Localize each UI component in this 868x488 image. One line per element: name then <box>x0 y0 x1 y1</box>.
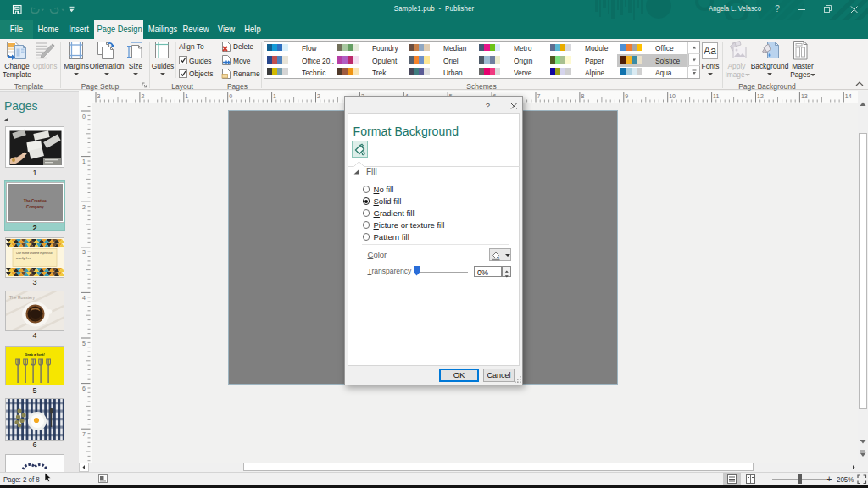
svg-text:7: 7 <box>537 93 541 99</box>
svg-text:3: 3 <box>97 93 101 99</box>
svg-text:2: 2 <box>82 203 86 209</box>
svg-text:0: 0 <box>82 113 86 119</box>
svg-text:9: 9 <box>625 93 628 99</box>
svg-text:cruelty free: cruelty free <box>16 257 31 260</box>
svg-text:1: 1 <box>273 93 276 99</box>
svg-text:0: 0 <box>229 93 232 99</box>
svg-text:4: 4 <box>82 294 86 300</box>
svg-text:Our hand crafted espresso: Our hand crafted espresso <box>16 252 53 255</box>
svg-text:2: 2 <box>317 93 320 99</box>
svg-text:7: 7 <box>82 430 86 436</box>
svg-text:13: 13 <box>801 93 808 99</box>
svg-text:10: 10 <box>669 93 676 99</box>
svg-text:Grab a fork!: Grab a fork! <box>25 352 45 357</box>
svg-text:8: 8 <box>581 93 584 99</box>
svg-text:2: 2 <box>141 93 144 99</box>
svg-text:6: 6 <box>82 385 86 391</box>
svg-text:The Roastery: The Roastery <box>9 295 36 300</box>
svg-text:5: 5 <box>82 340 86 346</box>
svg-text:1: 1 <box>185 93 188 99</box>
svg-text:11: 11 <box>713 93 719 99</box>
svg-text:1: 1 <box>82 158 86 164</box>
svg-text:14: 14 <box>845 93 852 99</box>
svg-text:3: 3 <box>82 249 86 255</box>
svg-text:12: 12 <box>757 93 764 99</box>
